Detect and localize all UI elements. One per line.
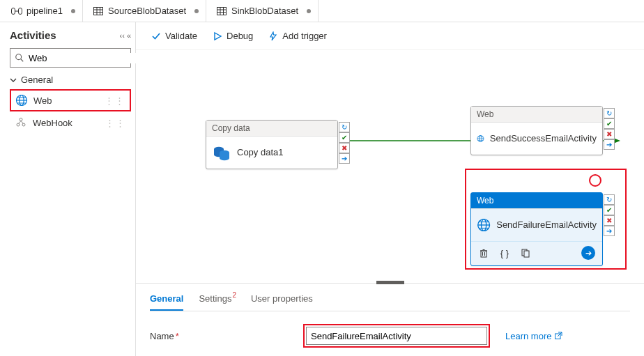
prop-tab-user-properties[interactable]: User properties <box>251 289 313 311</box>
activities-title: Activities <box>10 29 56 41</box>
name-label: Name* <box>150 331 303 341</box>
tab-sink-dataset[interactable]: SinkBlobDataset <box>209 0 319 22</box>
collapse-icon[interactable]: ‹‹ « <box>120 31 132 40</box>
name-input-highlight <box>303 324 490 348</box>
tab-label: pipeline1 <box>26 6 63 16</box>
tab-source-dataset[interactable]: SourceBlobDataset <box>86 0 206 22</box>
pipeline-icon <box>11 6 22 17</box>
editor-tabs: pipeline1 SourceBlobDataset SinkBlobData… <box>0 0 644 22</box>
node-copy-data[interactable]: Copy data Copy data1 ↻ ✔ ✖ ➔ <box>206 120 338 169</box>
svg-rect-3 <box>94 7 103 15</box>
delete-icon[interactable] <box>478 247 489 258</box>
port-success[interactable]: ✔ <box>604 118 615 129</box>
svg-marker-24 <box>270 32 276 40</box>
external-link-icon <box>554 332 562 340</box>
webhook-icon <box>15 116 27 129</box>
port-completion[interactable]: ➔ <box>604 139 615 150</box>
group-label: General <box>21 75 53 85</box>
validate-button[interactable]: Validate <box>151 31 197 41</box>
svg-rect-46 <box>524 251 529 257</box>
add-trigger-button[interactable]: Add trigger <box>268 31 327 41</box>
activity-label: WebHook <box>33 118 72 128</box>
debug-button[interactable]: Debug <box>213 31 253 41</box>
node-send-success-email[interactable]: Web SendSuccessEmailActivity ↻ ✔ ✖ ➔ <box>470 106 603 155</box>
chevron-down-icon <box>10 77 17 84</box>
pipeline-toolbar: Validate Debug Add trigger <box>136 22 644 50</box>
svg-rect-8 <box>217 7 227 15</box>
activity-label: Web <box>33 95 52 106</box>
activity-webhook[interactable]: WebHook ⋮⋮ <box>10 111 131 134</box>
name-input[interactable] <box>306 327 487 345</box>
copy-data-icon <box>212 143 231 162</box>
web-icon <box>477 216 491 234</box>
svg-rect-40 <box>481 251 486 257</box>
prop-tab-settings[interactable]: Settings2 <box>199 289 236 311</box>
prop-tab-general[interactable]: General <box>150 289 183 311</box>
web-icon <box>15 94 28 107</box>
port-success[interactable]: ✔ <box>604 205 615 215</box>
clone-icon[interactable] <box>520 247 531 258</box>
highlight-circle-icon <box>589 174 601 187</box>
node-header: Web <box>471 193 602 209</box>
port-success[interactable]: ✔ <box>339 132 350 143</box>
toolbar-label: Validate <box>165 31 197 41</box>
toolbar-label: Debug <box>227 31 253 41</box>
svg-point-20 <box>17 123 20 126</box>
svg-point-13 <box>16 54 22 60</box>
port-loop[interactable]: ↻ <box>604 108 615 118</box>
tab-label: SourceBlobDataset <box>108 6 186 16</box>
learn-more-link[interactable]: Learn more <box>505 331 562 341</box>
node-title: Copy data1 <box>237 147 284 159</box>
properties-panel: General Settings2 User properties Name* … <box>136 283 644 356</box>
settings-badge: 2 <box>232 291 236 299</box>
search-input[interactable] <box>24 53 146 63</box>
dirty-dot-icon <box>71 9 75 13</box>
port-failure[interactable]: ✖ <box>604 129 615 139</box>
pipeline-canvas[interactable]: Copy data Copy data1 ↻ ✔ ✖ ➔ Web SendSuc… <box>136 50 644 283</box>
activity-web[interactable]: Web ⋮⋮ <box>10 89 131 111</box>
node-title: SendFailureEmailActivity <box>496 219 597 231</box>
dataset-icon <box>93 6 104 17</box>
group-general[interactable]: General <box>10 75 131 85</box>
tab-pipeline1[interactable]: pipeline1 <box>4 0 83 22</box>
node-header: Web <box>471 107 602 123</box>
activities-search[interactable] <box>10 48 131 68</box>
svg-rect-0 <box>12 8 15 14</box>
svg-point-21 <box>22 123 25 126</box>
svg-marker-23 <box>215 33 221 40</box>
search-icon <box>15 53 24 63</box>
svg-rect-1 <box>19 8 22 14</box>
node-title: SendSuccessEmailActivity <box>490 133 597 145</box>
port-completion[interactable]: ➔ <box>339 153 350 164</box>
tab-label: SinkBlobDataset <box>231 6 298 16</box>
port-loop[interactable]: ↻ <box>604 194 615 205</box>
run-icon[interactable]: ➔ <box>581 246 595 260</box>
grip-icon: ⋮⋮ <box>105 118 126 128</box>
svg-point-22 <box>20 118 22 121</box>
toolbar-label: Add trigger <box>282 31 327 41</box>
dirty-dot-icon <box>307 9 311 13</box>
port-loop[interactable]: ↻ <box>339 122 350 132</box>
dirty-dot-icon <box>194 9 199 13</box>
port-completion[interactable]: ➔ <box>604 226 615 236</box>
port-failure[interactable]: ✖ <box>604 215 615 226</box>
grip-icon: ⋮⋮ <box>105 95 125 106</box>
node-action-bar: { } ➔ <box>471 241 602 265</box>
svg-line-14 <box>21 59 24 62</box>
panel-resize-handle[interactable] <box>376 281 404 284</box>
dataset-icon <box>216 6 227 17</box>
node-send-failure-email[interactable]: Web SendFailureEmailActivity { } ➔ ↻ ✔ ✖ <box>470 192 603 266</box>
web-icon <box>477 130 484 148</box>
node-header: Copy data <box>206 121 337 137</box>
activities-panel: Activities ‹‹ « General Web ⋮⋮ WebHook ⋮… <box>0 22 136 356</box>
code-icon[interactable]: { } <box>499 247 510 258</box>
svg-line-48 <box>558 332 562 336</box>
port-failure[interactable]: ✖ <box>339 143 350 153</box>
